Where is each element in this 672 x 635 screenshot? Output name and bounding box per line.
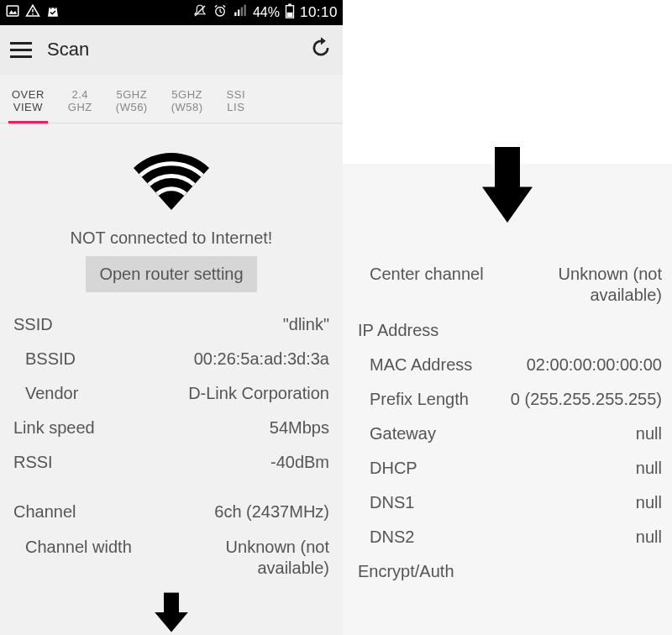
detail-value: "dlink"	[283, 315, 329, 334]
detail-row: VendorD-Link Corporation	[13, 376, 329, 411]
detail-row: Encrypt/Auth	[358, 554, 662, 589]
status-bar: 44% 10:10	[0, 0, 343, 25]
detail-label: Vendor	[13, 384, 78, 403]
svg-rect-19	[164, 593, 179, 614]
detail-label: Channel width	[13, 538, 132, 557]
detail-row: DHCPnull	[358, 451, 662, 485]
shopping-bag-icon	[45, 3, 60, 22]
detail-row: BSSID00:26:5a:ad:3d:3a	[13, 342, 329, 376]
detail-label: IP Address	[358, 321, 438, 340]
connection-hero: NOT connected to Internet! Open router s…	[0, 123, 343, 301]
svg-marker-20	[155, 612, 188, 632]
svg-rect-13	[241, 7, 243, 16]
svg-marker-18	[321, 37, 326, 45]
svg-rect-21	[495, 147, 520, 189]
tab-5ghz[interactable]: 5GHZ(W58)	[160, 80, 215, 123]
tab-5ghz[interactable]: 5GHZ(W56)	[104, 80, 160, 123]
detail-row: RSSI-40dBm	[13, 445, 329, 480]
detail-label: Encrypt/Auth	[358, 562, 454, 581]
svg-rect-16	[288, 3, 291, 6]
detail-value: Unknown (notavailable)	[559, 264, 662, 306]
detail-row: DNS1null	[358, 485, 662, 520]
svg-rect-0	[7, 6, 18, 16]
detail-label: Link speed	[13, 418, 95, 438]
svg-rect-17	[287, 13, 293, 17]
page-title: Scan	[47, 39, 294, 60]
svg-rect-4	[32, 13, 34, 15]
detail-label: SSID	[13, 315, 53, 334]
svg-line-10	[223, 5, 225, 7]
svg-line-9	[215, 5, 217, 7]
detail-label: Channel	[13, 502, 76, 522]
detail-value: Unknown (notavailable)	[226, 537, 329, 579]
svg-rect-3	[32, 9, 34, 13]
detail-label: DHCP	[358, 459, 417, 478]
overview-details-cont: Center channelUnknown (notavailable)IP A…	[343, 164, 672, 589]
detail-row: IP Address	[358, 313, 662, 348]
detail-row: Link speed54Mbps	[13, 411, 329, 445]
app-bar: Scan	[0, 25, 343, 75]
svg-marker-22	[482, 187, 533, 223]
detail-row: Center channelUnknown (notavailable)	[358, 256, 662, 313]
detail-value: D-Link Corporation	[188, 384, 329, 403]
detail-label: DNS2	[358, 527, 414, 547]
right-top-blank	[343, 0, 672, 164]
wifi-icon	[0, 147, 343, 210]
detail-value: 00:26:5a:ad:3d:3a	[194, 349, 329, 369]
detail-row: SSID"dlink"	[13, 307, 329, 342]
svg-rect-11	[234, 12, 236, 16]
connection-warning: NOT connected to Internet!	[0, 228, 343, 248]
tab-ssi[interactable]: SSILIS	[215, 80, 257, 123]
signal-icon	[233, 3, 248, 22]
refresh-icon[interactable]	[309, 36, 333, 63]
open-router-setting-button[interactable]: Open router setting	[86, 256, 256, 292]
detail-value: 02:00:00:00:00:00	[527, 355, 662, 375]
detail-value: null	[636, 527, 662, 547]
scroll-down-arrow-icon	[474, 143, 541, 227]
detail-row: DNS2null	[358, 520, 662, 554]
battery-text: 44%	[253, 5, 280, 20]
detail-label: BSSID	[13, 349, 76, 369]
detail-row: Channel widthUnknown (notavailable)	[13, 529, 329, 586]
detail-label: Gateway	[358, 424, 436, 443]
detail-label: RSSI	[13, 453, 53, 472]
tab-over[interactable]: OVERVIEW	[0, 80, 56, 123]
warning-triangle-icon	[25, 3, 40, 22]
svg-line-8	[220, 12, 222, 13]
detail-label: DNS1	[358, 493, 414, 512]
battery-icon	[285, 3, 295, 22]
image-icon	[5, 3, 20, 22]
detail-label: Prefix Length	[358, 390, 469, 409]
detail-row: MAC Address02:00:00:00:00:00	[358, 348, 662, 382]
detail-value: -40dBm	[270, 453, 329, 472]
svg-marker-1	[9, 10, 18, 14]
mute-icon	[192, 3, 207, 22]
detail-row: Channel6ch (2437MHz)	[13, 495, 329, 529]
detail-value: null	[636, 424, 662, 443]
detail-value: 6ch (2437MHz)	[214, 502, 329, 522]
alarm-icon	[213, 3, 228, 22]
scroll-down-arrow-icon	[0, 590, 343, 635]
detail-value: null	[636, 459, 662, 478]
detail-row	[13, 480, 329, 495]
detail-value: null	[636, 493, 662, 512]
menu-icon[interactable]	[10, 42, 32, 58]
detail-row: Prefix Length0 (255.255.255.255)	[358, 382, 662, 417]
detail-value: 54Mbps	[270, 418, 329, 438]
svg-rect-14	[244, 4, 245, 16]
clock-text: 10:10	[300, 4, 338, 21]
overview-details: SSID"dlink"BSSID00:26:5a:ad:3d:3aVendorD…	[0, 301, 343, 586]
svg-rect-12	[238, 9, 239, 16]
detail-label: Center channel	[358, 265, 484, 284]
detail-label: MAC Address	[358, 355, 472, 375]
detail-row: Gatewaynull	[358, 417, 662, 451]
tab-24[interactable]: 2.4GHZ	[56, 80, 104, 123]
detail-value: 0 (255.255.255.255)	[511, 390, 662, 409]
tab-bar: OVERVIEW2.4GHZ5GHZ(W56)5GHZ(W58)SSILIS	[0, 75, 343, 123]
